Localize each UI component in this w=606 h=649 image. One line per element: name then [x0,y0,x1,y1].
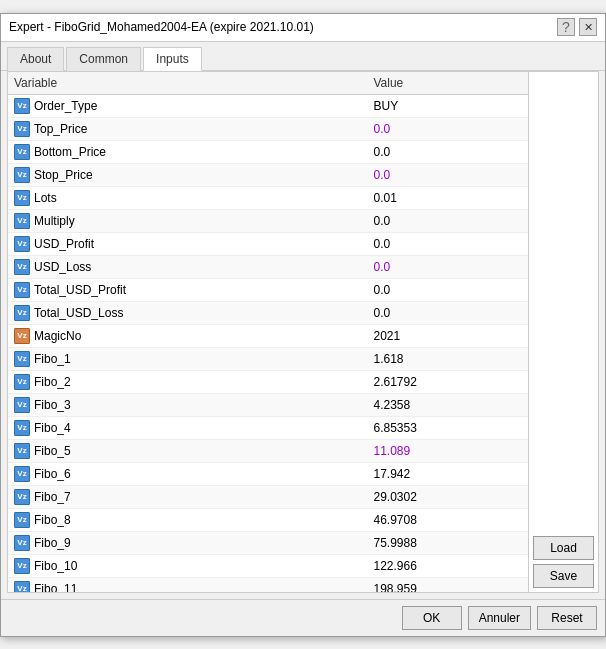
table-row[interactable]: VzUSD_Profit0.0 [8,232,528,255]
variable-icon: Vz [14,167,30,183]
variable-icon: Vz [14,374,30,390]
variable-name: Bottom_Price [34,145,106,159]
value-cell: 4.2358 [367,393,528,416]
variable-name: USD_Profit [34,237,94,251]
variable-cell: VzTotal_USD_Loss [8,301,367,324]
table-row[interactable]: VzTotal_USD_Loss0.0 [8,301,528,324]
bottom-bar: OK Annuler Reset [1,599,605,636]
side-panel: Load Save [528,72,598,592]
variable-icon: Vz [14,144,30,160]
value-cell: BUY [367,94,528,117]
variable-cell: VzStop_Price [8,163,367,186]
variable-cell: VzFibo_5 [8,439,367,462]
ok-button[interactable]: OK [402,606,462,630]
variable-name: Fibo_5 [34,444,71,458]
table-row[interactable]: VzFibo_511.089 [8,439,528,462]
variable-cell: VzFibo_3 [8,393,367,416]
variable-icon: Vz [14,282,30,298]
main-area: Variable Value VzOrder_TypeBUYVzTop_Pric… [8,72,598,592]
cancel-button[interactable]: Annuler [468,606,531,630]
variable-cell: VzUSD_Profit [8,232,367,255]
main-window: Expert - FiboGrid_Mohamed2004-EA (expire… [0,13,606,637]
variable-cell: VzFibo_7 [8,485,367,508]
table-row[interactable]: VzMultiply0.0 [8,209,528,232]
variable-cell: VzBottom_Price [8,140,367,163]
reset-button[interactable]: Reset [537,606,597,630]
save-button[interactable]: Save [533,564,594,588]
table-wrapper: Variable Value VzOrder_TypeBUYVzTop_Pric… [8,72,528,592]
variable-icon: Vz [14,259,30,275]
tab-bar: About Common Inputs [1,42,605,71]
variable-cell: VzFibo_9 [8,531,367,554]
value-cell: 0.0 [367,278,528,301]
variable-icon: Vz [14,213,30,229]
close-button[interactable]: ✕ [579,18,597,36]
table-row[interactable]: VzFibo_975.9988 [8,531,528,554]
value-cell: 17.942 [367,462,528,485]
variable-cell: VzMultiply [8,209,367,232]
table-row[interactable]: VzFibo_11.618 [8,347,528,370]
variable-cell: VzUSD_Loss [8,255,367,278]
table-row[interactable]: VzFibo_846.9708 [8,508,528,531]
variable-name: Stop_Price [34,168,93,182]
table-row[interactable]: VzFibo_10122.966 [8,554,528,577]
variable-name: Fibo_9 [34,536,71,550]
value-cell: 29.0302 [367,485,528,508]
table-row[interactable]: VzFibo_22.61792 [8,370,528,393]
table-row[interactable]: VzTotal_USD_Profit0.0 [8,278,528,301]
value-cell: 198.959 [367,577,528,592]
variable-name: Fibo_10 [34,559,77,573]
col-variable: Variable [8,72,367,95]
table-row[interactable]: VzStop_Price0.0 [8,163,528,186]
table-row[interactable]: VzTop_Price0.0 [8,117,528,140]
table-row[interactable]: VzFibo_729.0302 [8,485,528,508]
inputs-table: Variable Value VzOrder_TypeBUYVzTop_Pric… [8,72,528,592]
variable-name: Fibo_11 [34,582,77,592]
tab-inputs[interactable]: Inputs [143,47,202,71]
variable-icon: Vz [14,190,30,206]
table-header-row: Variable Value [8,72,528,95]
variable-icon: Vz [14,351,30,367]
variable-icon: Vz [14,466,30,482]
window-title: Expert - FiboGrid_Mohamed2004-EA (expire… [9,20,314,34]
variable-cell: VzTop_Price [8,117,367,140]
variable-cell: VzFibo_2 [8,370,367,393]
title-buttons: ? ✕ [557,18,597,36]
value-cell: 0.0 [367,301,528,324]
variable-name: Total_USD_Profit [34,283,126,297]
variable-name: Fibo_7 [34,490,71,504]
table-row[interactable]: VzOrder_TypeBUY [8,94,528,117]
variable-name: Order_Type [34,99,97,113]
table-row[interactable]: VzMagicNo2021 [8,324,528,347]
value-cell: 0.0 [367,140,528,163]
load-button[interactable]: Load [533,536,594,560]
table-row[interactable]: VzFibo_46.85353 [8,416,528,439]
tab-about[interactable]: About [7,47,64,71]
variable-name: Fibo_6 [34,467,71,481]
variable-name: Total_USD_Loss [34,306,123,320]
help-button[interactable]: ? [557,18,575,36]
variable-cell: VzFibo_10 [8,554,367,577]
content-area: Variable Value VzOrder_TypeBUYVzTop_Pric… [7,71,599,593]
tab-common[interactable]: Common [66,47,141,71]
value-cell: 0.0 [367,117,528,140]
table-row[interactable]: VzBottom_Price0.0 [8,140,528,163]
variable-icon: Vz [14,581,30,592]
variable-name: Fibo_2 [34,375,71,389]
col-value: Value [367,72,528,95]
table-row[interactable]: VzLots0.01 [8,186,528,209]
value-cell: 0.0 [367,232,528,255]
variable-icon: Vz [14,121,30,137]
table-row[interactable]: VzFibo_11198.959 [8,577,528,592]
table-container[interactable]: Variable Value VzOrder_TypeBUYVzTop_Pric… [8,72,528,592]
value-cell: 46.9708 [367,508,528,531]
value-cell: 2021 [367,324,528,347]
table-row[interactable]: VzUSD_Loss0.0 [8,255,528,278]
table-row[interactable]: VzFibo_617.942 [8,462,528,485]
variable-icon: Vz [14,512,30,528]
table-row[interactable]: VzFibo_34.2358 [8,393,528,416]
value-cell: 122.966 [367,554,528,577]
value-cell: 6.85353 [367,416,528,439]
variable-name: Fibo_1 [34,352,71,366]
variable-name: Fibo_8 [34,513,71,527]
